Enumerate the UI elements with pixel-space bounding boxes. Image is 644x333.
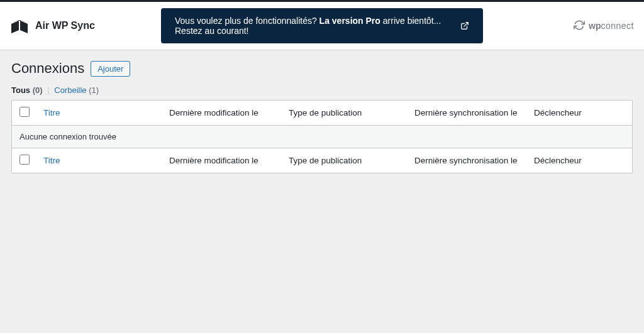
select-all-footer — [12, 148, 37, 173]
promo-banner[interactable]: Vous voulez plus de fonctionnalités? La … — [161, 8, 483, 43]
empty-row: Aucune connexion trouvée — [12, 126, 632, 148]
svg-line-3 — [464, 23, 468, 26]
select-all-checkbox[interactable] — [19, 107, 30, 117]
col-pubtype: Type de publication — [282, 102, 408, 124]
filter-trash[interactable]: Corbeille (1) — [54, 85, 99, 95]
col-pubtype-footer: Type de publication — [282, 150, 408, 172]
col-title-footer[interactable]: Titre — [37, 150, 163, 172]
promo-text: Vous voulez plus de fonctionnalités? La … — [175, 16, 454, 36]
external-link-icon — [460, 21, 469, 30]
content: Connexions Ajouter Tous (0) | Corbeille … — [0, 50, 644, 183]
table-footer: Titre Dernière modification le Type de p… — [12, 148, 632, 173]
page-title: Connexions — [11, 60, 84, 77]
table-header: Titre Dernière modification le Type de p… — [12, 101, 632, 126]
separator: | — [47, 85, 49, 95]
col-modified: Dernière modification le — [163, 102, 282, 124]
svg-marker-2 — [11, 20, 28, 23]
col-trigger: Déclencheur — [528, 102, 628, 124]
col-sync: Dernière synchronisation le — [408, 102, 528, 124]
wpconnect-logo[interactable]: wpconnect — [574, 19, 634, 33]
col-modified-footer: Dernière modification le — [163, 150, 282, 172]
sync-icon — [574, 19, 585, 33]
top-bar: Air WP Sync Vous voulez plus de fonction… — [0, 0, 644, 50]
col-sync-footer: Dernière synchronisation le — [408, 150, 528, 172]
empty-message: Aucune connexion trouvée — [19, 132, 116, 141]
cube-icon — [10, 18, 29, 33]
connections-table: Titre Dernière modification le Type de p… — [11, 100, 633, 173]
svg-marker-1 — [20, 21, 28, 33]
col-trigger-footer: Déclencheur — [528, 150, 628, 172]
filter-all[interactable]: Tous (0) — [11, 85, 45, 95]
svg-marker-0 — [11, 21, 19, 33]
brand-name: Air WP Sync — [35, 20, 95, 31]
brand: Air WP Sync — [10, 18, 95, 33]
add-button[interactable]: Ajouter — [91, 61, 130, 77]
col-title[interactable]: Titre — [37, 102, 163, 124]
select-all-header — [12, 101, 37, 125]
page-header: Connexions Ajouter — [11, 60, 633, 77]
wpconnect-text: wpconnect — [589, 21, 634, 31]
select-all-checkbox-footer[interactable] — [19, 155, 30, 165]
filter-links: Tous (0) | Corbeille (1) — [11, 85, 633, 95]
